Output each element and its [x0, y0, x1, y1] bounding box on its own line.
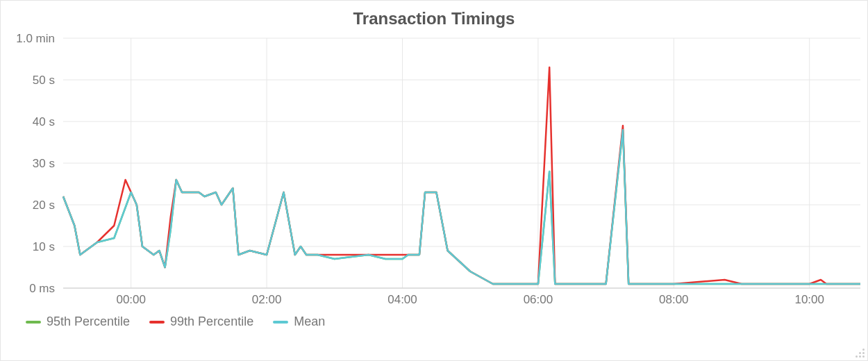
legend-label-99th: 99th Percentile — [170, 314, 253, 329]
svg-text:40 s: 40 s — [33, 115, 55, 128]
plot-area: 0 ms10 s20 s30 s40 s50 s1.0 min00:0002:0… — [1, 31, 867, 309]
resize-handle-icon[interactable] — [853, 346, 865, 358]
svg-text:0 ms: 0 ms — [29, 282, 55, 295]
legend-label-95th: 95th Percentile — [47, 314, 130, 329]
chart-title: Transaction Timings — [1, 1, 867, 31]
swatch-95th — [26, 321, 41, 324]
legend-item-95th[interactable]: 95th Percentile — [26, 314, 130, 329]
svg-text:06:00: 06:00 — [524, 293, 553, 306]
swatch-99th — [149, 321, 165, 324]
chart-svg: 0 ms10 s20 s30 s40 s50 s1.0 min00:0002:0… — [1, 31, 867, 309]
svg-text:30 s: 30 s — [33, 157, 55, 170]
legend: 95th Percentile 99th Percentile Mean — [1, 309, 867, 329]
svg-text:1.0 min: 1.0 min — [16, 32, 55, 45]
svg-text:00:00: 00:00 — [116, 293, 146, 306]
legend-label-mean: Mean — [294, 314, 325, 329]
svg-text:20 s: 20 s — [33, 199, 55, 212]
swatch-mean — [273, 321, 288, 324]
svg-text:10 s: 10 s — [33, 240, 55, 253]
svg-text:50 s: 50 s — [33, 74, 55, 87]
svg-text:10:00: 10:00 — [794, 293, 824, 306]
svg-text:04:00: 04:00 — [387, 293, 417, 306]
legend-item-99th[interactable]: 99th Percentile — [149, 314, 253, 329]
chart-card: Transaction Timings 0 ms10 s20 s30 s40 s… — [0, 0, 868, 361]
legend-item-mean[interactable]: Mean — [273, 314, 325, 329]
svg-text:08:00: 08:00 — [659, 293, 689, 306]
svg-text:02:00: 02:00 — [252, 293, 282, 306]
